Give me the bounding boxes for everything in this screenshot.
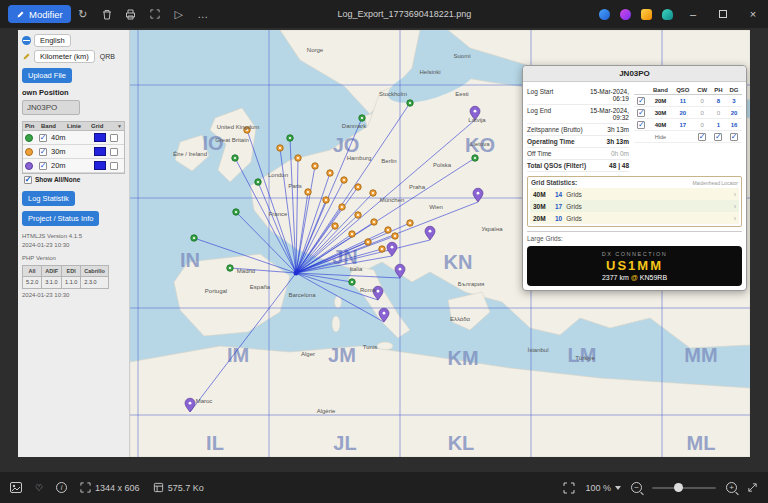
- caret-down-icon[interactable]: ▼: [110, 123, 122, 129]
- favorite-icon[interactable]: ♡: [35, 483, 43, 493]
- grid-field-label: JM: [328, 344, 356, 366]
- php-version-table: AllADIFEDICabrillo5.2.03.1.01.1.02.3.0: [22, 265, 109, 289]
- zoom-out-button[interactable]: −: [631, 482, 642, 493]
- band-filter-row[interactable]: ✓20m: [23, 159, 124, 173]
- map-area[interactable]: IOJOKOINJNKNIMJMKMLMMMILJLKLMLNorgeSuomi…: [130, 30, 750, 457]
- checkbox[interactable]: [110, 134, 118, 142]
- external-app-icon-amber[interactable]: [641, 9, 652, 20]
- own-position-input[interactable]: JN03PO: [22, 100, 80, 115]
- log-stat-row: Log Start15-Mar-2024, 06:19: [527, 86, 629, 105]
- grid-field-label: KL: [448, 432, 475, 454]
- dimensions-icon: [80, 482, 91, 493]
- app-sidebar: English Kilometer (km) QRB Upload File o…: [18, 30, 130, 457]
- show-all-row[interactable]: ✓ Show All/None: [22, 174, 125, 186]
- window-title: Log_Export_1773690418221.png: [215, 9, 594, 19]
- pin-dot: [361, 117, 363, 119]
- show-all-checkbox[interactable]: ✓: [24, 176, 32, 184]
- project-status-info-button[interactable]: Project / Status Info: [22, 211, 99, 226]
- checkbox[interactable]: ✓: [637, 109, 645, 117]
- zoom-in-button[interactable]: +: [726, 482, 737, 493]
- show-all-label: Show All/None: [35, 176, 80, 183]
- pin-dot: [372, 192, 374, 194]
- map-place-label: Türkiye: [575, 355, 595, 361]
- pin-dot: [367, 241, 369, 243]
- grid-stats-hint: Maidenhead Locator: [692, 180, 738, 186]
- checkbox[interactable]: [110, 162, 118, 170]
- unit-selector[interactable]: Kilometer (km): [34, 50, 95, 63]
- line-color-swatch[interactable]: [94, 147, 106, 156]
- zoom-level-select[interactable]: 100 %: [585, 483, 621, 493]
- map-place-label: Norge: [307, 47, 324, 53]
- pin-dot: [329, 172, 331, 174]
- upload-file-button[interactable]: Upload File: [22, 68, 72, 83]
- checkbox[interactable]: ✓: [637, 97, 645, 105]
- grid-field-label: KN: [444, 251, 473, 273]
- checkbox[interactable]: ✓: [637, 121, 645, 129]
- language-selector[interactable]: English: [34, 34, 71, 47]
- line-color-swatch[interactable]: [94, 161, 106, 170]
- edit-button[interactable]: Modifier: [8, 5, 71, 23]
- pin-dot: [409, 102, 411, 104]
- rotate-icon[interactable]: ↻: [71, 0, 95, 28]
- slideshow-icon[interactable]: ▷: [167, 0, 191, 28]
- delete-icon[interactable]: [95, 0, 119, 28]
- info-icon[interactable]: i: [56, 482, 67, 493]
- map-place-label: Danmark: [342, 123, 367, 129]
- minimize-button[interactable]: –: [678, 0, 708, 28]
- external-app-icon-teal[interactable]: [662, 9, 673, 20]
- checkbox[interactable]: ✓: [730, 133, 738, 141]
- checkbox[interactable]: ✓: [714, 133, 722, 141]
- grid-stats-title: Grid Statistics:: [531, 179, 577, 186]
- dx-callsign: US1MM: [531, 258, 738, 273]
- map-place-label: Roma: [360, 287, 377, 293]
- checkbox[interactable]: ✓: [39, 162, 47, 170]
- checkbox[interactable]: ✓: [39, 148, 47, 156]
- gallery-icon[interactable]: [10, 482, 22, 493]
- line-color-swatch[interactable]: [94, 133, 106, 142]
- file-size: 575.7 Ko: [153, 482, 204, 493]
- dx-label: DX CONNECTION: [531, 251, 738, 257]
- pin-dot: [474, 157, 476, 159]
- map-place-label: Berlin: [381, 158, 396, 164]
- map-place-label: Alger: [301, 351, 315, 357]
- grid-stat-row[interactable]: 30M17Grids›: [530, 200, 739, 212]
- pin-dot: [325, 199, 327, 201]
- map-place-label: Italia: [350, 266, 363, 272]
- checkbox[interactable]: ✓: [39, 134, 47, 142]
- map-place-label: İstanbul: [527, 347, 548, 353]
- checkbox[interactable]: [110, 148, 118, 156]
- fullscreen-icon[interactable]: [143, 0, 167, 28]
- close-button[interactable]: ×: [738, 0, 768, 28]
- map-place-label: France: [269, 211, 288, 217]
- zoom-slider[interactable]: [652, 487, 716, 489]
- fit-to-window-icon[interactable]: [563, 482, 575, 494]
- large-grids-label[interactable]: Large Grids:: [527, 231, 742, 242]
- band-filter-row[interactable]: ✓30m: [23, 145, 124, 159]
- log-stat-row: Total QSOs (Filter!)48 | 48: [527, 160, 629, 172]
- pin-dot: [351, 233, 353, 235]
- expand-icon[interactable]: [747, 482, 758, 493]
- maximize-button[interactable]: [708, 0, 738, 28]
- pin-dot: [343, 179, 345, 181]
- grid-stat-row[interactable]: 20M10Grids›: [530, 212, 739, 224]
- print-icon[interactable]: [119, 0, 143, 28]
- grid-field-label: KM: [447, 347, 478, 369]
- log-statistik-button[interactable]: Log Statistik: [22, 191, 75, 206]
- pin-dot: [357, 214, 359, 216]
- band-filter-row[interactable]: ✓40m: [23, 131, 124, 145]
- map-place-label: München: [380, 197, 405, 203]
- grid-field-label: IN: [180, 249, 200, 271]
- pin-dot: [193, 237, 195, 239]
- pin-dot: [351, 281, 353, 283]
- grid-stat-row[interactable]: 40M14Grids›: [530, 188, 739, 200]
- hide-row: Hide✓✓✓: [634, 131, 742, 143]
- card-title: JN03PO: [523, 66, 746, 82]
- home-position-marker[interactable]: [294, 271, 299, 276]
- zoom-slider-thumb[interactable]: [674, 483, 683, 492]
- more-options-icon[interactable]: …: [191, 0, 215, 28]
- external-app-icon-blue[interactable]: [599, 9, 610, 20]
- grid-field-label: JL: [333, 432, 356, 454]
- map-place-label: Éire / Ireland: [173, 151, 207, 157]
- external-app-icon-purple[interactable]: [620, 9, 631, 20]
- checkbox[interactable]: ✓: [698, 133, 706, 141]
